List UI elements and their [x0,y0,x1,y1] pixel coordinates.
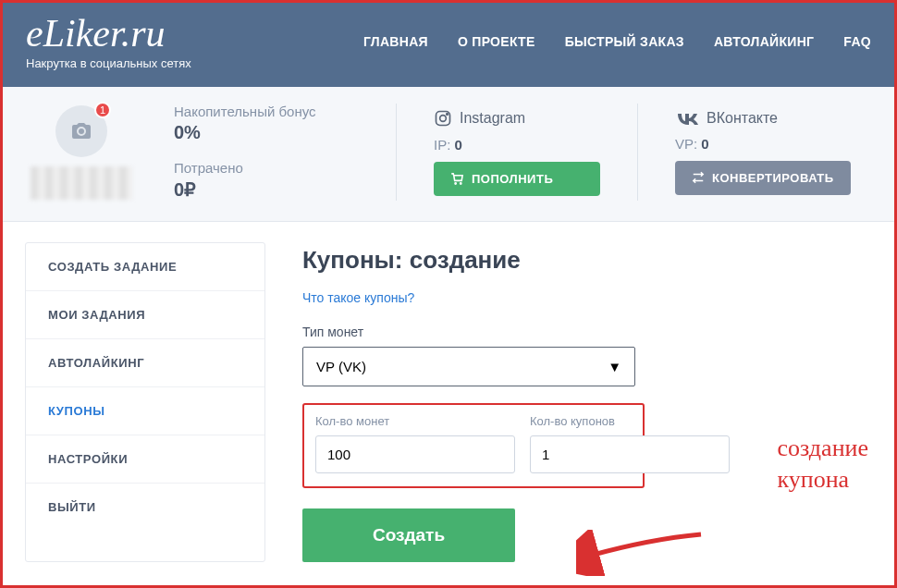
nav-about[interactable]: О ПРОЕКТЕ [458,34,535,49]
svg-point-3 [455,182,456,183]
sidebar: СОЗДАТЬ ЗАДАНИЕ МОИ ЗАДАНИЯ АВТОЛАЙКИНГ … [25,242,265,562]
chevron-down-icon: ▼ [608,359,621,374]
coins-amount-input[interactable] [315,435,515,473]
create-button[interactable]: Создать [302,508,515,562]
coins-amount-label: Кол-во монет [315,414,515,428]
ip-label: IP: [434,137,450,153]
page-title: Купоны: создание [302,246,872,275]
coupon-inputs-highlight: Кол-во монет Кол-во купонов [302,403,645,488]
vk-label: ВКонтакте [707,110,778,127]
vk-icon [675,111,699,126]
svg-point-4 [461,182,461,183]
coin-type-select[interactable]: VP (VK) ▼ [302,347,635,386]
instagram-icon [434,109,452,128]
cart-icon [450,172,464,186]
sidebar-settings[interactable]: НАСТРОЙКИ [26,435,264,484]
sidebar-autoliking[interactable]: АВТОЛАЙКИНГ [26,339,264,387]
avatar[interactable]: 1 [55,105,107,157]
bonus-label: Накопительный бонус [174,104,359,119]
coupons-count-input[interactable] [530,435,730,473]
tagline: Накрутка в социальных сетях [26,56,191,70]
coupons-count-label: Кол-во купонов [530,414,730,428]
swap-icon [692,171,705,184]
svg-point-1 [440,115,447,121]
sidebar-logout[interactable]: ВЫЙТИ [26,484,264,531]
vp-value: 0 [701,136,708,152]
logo[interactable]: eLiker.ru [26,14,191,53]
ip-value: 0 [455,137,462,153]
nav-home[interactable]: ГЛАВНАЯ [363,34,428,49]
sidebar-coupons[interactable]: КУПОНЫ [26,387,264,435]
spent-value: 0₽ [174,178,359,201]
divider [637,104,638,201]
coin-type-value: VP (VK) [316,359,366,374]
help-link[interactable]: Что такое купоны? [302,290,414,305]
bonus-value: 0% [174,122,359,143]
nav-quickorder[interactable]: БЫСТРЫЙ ЗАКАЗ [565,34,684,49]
camera-icon [70,120,92,142]
sidebar-my-tasks[interactable]: МОИ ЗАДАНИЯ [26,291,264,339]
annotation-text: создание купона [778,433,868,496]
coin-type-label: Тип монет [302,325,872,339]
nav-faq[interactable]: FAQ [843,34,871,49]
instagram-label: Instagram [460,110,525,127]
username [31,166,132,200]
vp-label: VP: [675,136,697,152]
sidebar-create-task[interactable]: СОЗДАТЬ ЗАДАНИЕ [26,243,264,291]
divider [396,104,397,201]
nav-autoliking[interactable]: АВТОЛАЙКИНГ [714,34,814,49]
main-nav: ГЛАВНАЯ О ПРОЕКТЕ БЫСТРЫЙ ЗАКАЗ АВТОЛАЙК… [363,34,871,49]
svg-point-2 [447,113,448,115]
notification-badge[interactable]: 1 [94,102,111,118]
convert-button[interactable]: КОНВЕРТИРОВАТЬ [675,161,851,195]
topup-button[interactable]: ПОПОЛНИТЬ [434,162,600,196]
spent-label: Потрачено [174,160,359,176]
